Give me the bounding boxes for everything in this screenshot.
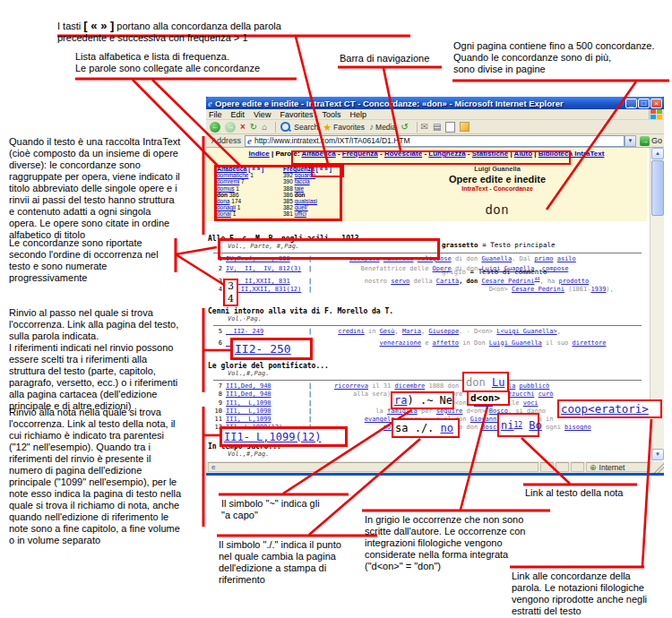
mail-button[interactable]: ✉	[421, 122, 428, 133]
text-link[interactable]: Maria	[402, 328, 421, 335]
nav-link-indice[interactable]: Indice	[249, 150, 270, 158]
media-icon: ♪	[369, 122, 374, 133]
text-link[interactable]: Giuseppe	[428, 328, 459, 335]
stop-button[interactable]: ×	[240, 122, 246, 133]
text-link[interactable]: Luigi Guanella	[481, 265, 534, 272]
scroll-up-button[interactable]: ▲	[651, 148, 664, 159]
author-name: Luigi Guanella	[367, 165, 627, 173]
text-link[interactable]: credini	[338, 328, 365, 335]
text-link[interactable]: Opere	[433, 265, 452, 272]
text-link[interactable]: primo	[534, 255, 553, 262]
favorites-button[interactable]: ★Favorites	[323, 122, 365, 133]
passage-ref-link[interactable]: II2- 249	[226, 328, 308, 335]
text-segment: . - D<on>	[459, 328, 496, 335]
passage-ref-link[interactable]: IV, II, IV, 812(3)	[226, 265, 308, 272]
text-link[interactable]: servo	[391, 278, 409, 285]
text-segment: ,	[557, 328, 561, 335]
text-link[interactable]: venerazione	[380, 339, 421, 347]
annotation-brackets: [ « » ]	[83, 19, 114, 32]
print-button[interactable]: ▤	[433, 122, 441, 133]
passage-ref-link[interactable]: II1, L,1099	[226, 416, 308, 423]
maximize-button[interactable]: □	[638, 99, 650, 108]
status-pane	[571, 462, 584, 472]
refresh-button[interactable]: ↻	[250, 122, 257, 133]
scroll-down-button[interactable]: ▼	[651, 449, 664, 460]
text-link[interactable]: L<uigi Guanella>	[496, 328, 556, 335]
menu-file[interactable]: File	[209, 110, 222, 119]
home-button[interactable]: ⌂	[262, 122, 267, 133]
text-link[interactable]: ni	[501, 419, 513, 432]
text-link[interactable]: ricorreva	[334, 382, 368, 390]
media-button[interactable]: ♪Media	[369, 122, 396, 133]
title-bar[interactable]: e Opere edite e inedite - IntraText CT -…	[206, 97, 664, 109]
toolbar-separator	[275, 122, 276, 133]
text-link[interactable]: Cesare Pedrini	[481, 278, 534, 285]
passage-ref-link[interactable]: II1, L,1098	[226, 408, 308, 415]
print-icon: ▤	[433, 122, 441, 133]
scrollbar-thumb[interactable]	[651, 160, 664, 216]
menu-favorites[interactable]: Favorites	[280, 110, 313, 119]
word-concordance-link[interactable]: coop<eratori>	[561, 402, 649, 416]
text-segment: ,	[394, 328, 401, 335]
text-segment: d<on>	[462, 408, 489, 415]
text-link[interactable]: affetto	[433, 339, 460, 347]
column-separator: |	[308, 265, 315, 272]
text-link[interactable]: 12	[513, 421, 522, 429]
annotation-rinvio-passo: Rinvio al passo nel quale si trova l'occ…	[9, 307, 201, 412]
refresh-icon: ↻	[250, 122, 257, 133]
text-link[interactable]: dicembre	[395, 382, 426, 390]
text-link[interactable]: pubblicò	[520, 382, 550, 390]
text-link[interactable]: asilo	[557, 255, 576, 262]
section-reference-format: Vol.,#,Pag.	[228, 451, 647, 458]
text-link[interactable]: bisogno	[564, 424, 591, 431]
annotation-raccolta: Quando il testo è una raccolta IntraText…	[9, 136, 201, 241]
row-number: 5	[208, 328, 222, 335]
annotation-text: portano alla concordanza della parola	[114, 21, 281, 31]
passage-ref-link[interactable]: II1,Ded, 948	[226, 391, 308, 398]
menu-edit[interactable]: Edit	[231, 110, 246, 119]
text-link[interactable]: no	[441, 422, 453, 434]
passage-ref-link[interactable]: II1, L,1098	[226, 399, 308, 407]
text-link[interactable]: direttore	[573, 339, 607, 347]
text-link[interactable]: prodotto	[559, 278, 590, 285]
messenger-button[interactable]	[460, 122, 470, 132]
text-segment: ,	[534, 265, 541, 272]
address-dropdown[interactable]: ▼	[625, 135, 636, 147]
ref-link[interactable]: II2- 250	[235, 342, 291, 356]
forward-button[interactable]: →	[225, 122, 236, 133]
menu-view[interactable]: View	[254, 110, 271, 119]
text-link[interactable]: Carità	[436, 278, 459, 285]
menu-help[interactable]: Help	[349, 110, 366, 119]
edit-button[interactable]	[445, 122, 455, 133]
text-link[interactable]: ra	[394, 394, 407, 407]
text-segment: . Dal	[512, 255, 534, 262]
text-link[interactable]: Cesare Pedrini	[512, 286, 564, 293]
back-button[interactable]: ←	[210, 122, 220, 133]
go-button[interactable]: →Go	[640, 136, 662, 146]
ref-link[interactable]: II1- L,1099(12)	[224, 431, 321, 443]
address-input[interactable]: ehttp://www.intratext.com/IXT/ITA0614/D1…	[245, 135, 625, 147]
text-link[interactable]: Luigi Guanella	[489, 339, 542, 347]
passage-ref-link[interactable]: II1,Ded, 948	[226, 382, 308, 390]
toolbar-button-label: Favorites	[333, 123, 365, 132]
callout-ref-ii1-1099: II1- L,1099(12)	[220, 426, 348, 447]
close-button[interactable]: ×	[650, 99, 662, 108]
text-link[interactable]: voci	[523, 399, 538, 407]
menu-tools[interactable]: Tools	[322, 110, 340, 119]
text-link[interactable]: 1939	[590, 286, 606, 293]
text-link[interactable]: Gesù	[380, 328, 395, 335]
text-link[interactable]: Bo	[529, 419, 541, 432]
text-link[interactable]: Lu	[492, 376, 504, 389]
text-link[interactable]: Guanella	[481, 255, 512, 262]
text-link[interactable]: evangelo	[365, 416, 395, 423]
text-link[interactable]: Giovanni	[470, 416, 501, 423]
text-segment: Benefattrice delle	[361, 265, 433, 272]
search-button[interactable]: Search	[280, 122, 318, 132]
minimize-button[interactable]: _	[625, 99, 637, 108]
text-link[interactable]: compose	[542, 265, 569, 272]
text-link[interactable]: curò	[538, 391, 554, 398]
concordance-text: nostro servo della Carità, don Cesare Pe…	[315, 276, 589, 285]
history-button[interactable]: ↺	[401, 122, 408, 133]
highlight-prev-next	[311, 164, 344, 177]
resize-grip[interactable]	[652, 461, 664, 473]
